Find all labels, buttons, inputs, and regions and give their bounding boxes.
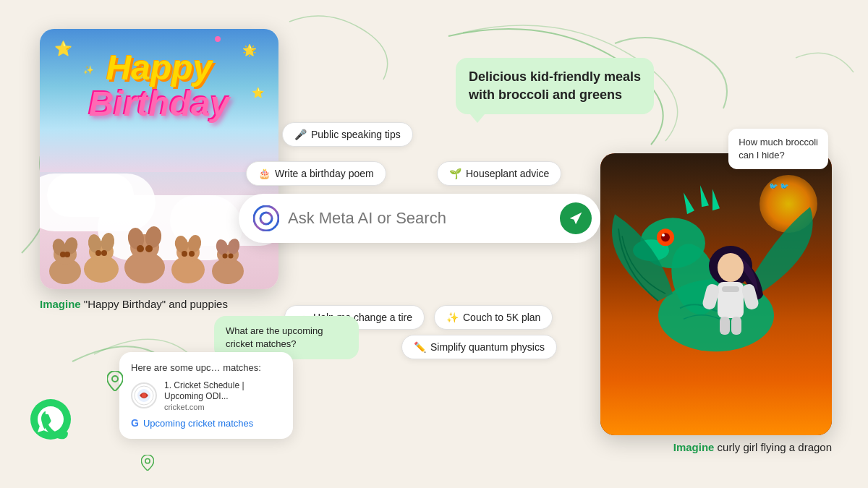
- svg-rect-46: [720, 317, 730, 335]
- chip-birthday-emoji: 🎂: [258, 168, 271, 179]
- svg-marker-37: [684, 192, 694, 214]
- birthday-happy-text: Happy: [106, 48, 213, 87]
- cricket-card-header: Here are some upc… matches:: [131, 362, 281, 373]
- dragon-imagine-text: curly girl flying a dragon: [714, 441, 832, 453]
- svg-point-11: [101, 250, 107, 256]
- svg-marker-39: [712, 189, 720, 210]
- svg-point-28: [223, 254, 228, 259]
- svg-point-17: [145, 245, 153, 252]
- cricket-query-text: What are the upcoming cricket matches?: [226, 325, 323, 349]
- svg-point-49: [260, 213, 272, 224]
- broccoli-bubble: Delicious kid-friendly meals with brocco…: [456, 58, 654, 114]
- search-input[interactable]: [288, 209, 551, 228]
- cricket-result-item: 1. Cricket Schedule | Upcoming ODI... cr…: [131, 380, 281, 411]
- svg-point-36: [662, 234, 665, 236]
- cricket-link-text: Upcoming cricket matches: [143, 418, 253, 429]
- chip-houseplant[interactable]: 🌱 Houseplant advice: [437, 161, 561, 186]
- svg-marker-38: [700, 185, 709, 207]
- search-submit-button[interactable]: [560, 202, 592, 234]
- birthday-imagine-label: Imagine "Happy Birthday" and puppies: [40, 298, 228, 310]
- broccoli-bubble-text: Delicious kid-friendly meals with brocco…: [469, 69, 641, 102]
- broccoli-small-bubble: How much broccolican I hide?: [728, 129, 828, 169]
- svg-point-52: [142, 393, 146, 398]
- search-bar: [239, 194, 600, 243]
- chip-quantum[interactable]: ✏️ Simplify quantum physics: [401, 335, 557, 359]
- chip-public-speaking[interactable]: 🎤 Public speaking tips: [282, 122, 413, 147]
- chip-public-speaking-emoji: 🎤: [294, 129, 307, 140]
- svg-point-29: [229, 254, 234, 259]
- cricket-url: cricket.com: [164, 403, 281, 411]
- cricket-result-title: 1. Cricket Schedule | Upcoming ODI...: [164, 380, 281, 403]
- chip-public-speaking-label: Public speaking tips: [311, 129, 401, 140]
- svg-point-16: [137, 245, 144, 252]
- chip-5k-label: Couch to 5K plan: [463, 312, 540, 323]
- svg-point-53: [112, 376, 118, 382]
- cricket-header-text: Here are some upc… matches:: [131, 362, 261, 373]
- chip-couch-5k[interactable]: ✨ Couch to 5K plan: [434, 305, 553, 330]
- birthday-imagine-text: "Happy Birthday" and puppies: [81, 298, 228, 310]
- dragon-image-card: 🐦 🐦: [600, 153, 832, 435]
- chip-5k-emoji: ✨: [446, 312, 459, 323]
- chip-quantum-emoji: ✏️: [414, 341, 426, 353]
- svg-rect-47: [731, 317, 741, 335]
- chip-birthday-label: Write a birthday poem: [275, 168, 374, 179]
- dragon-imagine-label: Imagine curly girl flying a dragon: [673, 441, 832, 453]
- meta-ai-icon: [253, 205, 279, 231]
- svg-point-5: [64, 252, 70, 257]
- cricket-result-info: 1. Cricket Schedule | Upcoming ODI... cr…: [164, 380, 281, 411]
- chip-birthday-poem[interactable]: 🎂 Write a birthday poem: [246, 161, 386, 186]
- dragon-imagine-word: Imagine: [673, 441, 715, 453]
- svg-point-23: [189, 251, 195, 257]
- search-container: [239, 194, 600, 243]
- birthday-image-card: ⭐ 🌟 ✨ ⭐ Happy Birthday: [40, 29, 278, 289]
- cricket-link[interactable]: G Upcoming cricket matches: [131, 417, 281, 429]
- cricket-logo: [131, 382, 157, 408]
- location-pin-2: [141, 455, 154, 474]
- svg-point-22: [182, 251, 187, 257]
- svg-point-41: [718, 253, 744, 282]
- svg-point-54: [145, 459, 150, 463]
- whatsapp-icon: [29, 398, 72, 441]
- cricket-result-card: Here are some upc… matches: 1. Cricket S…: [119, 352, 293, 439]
- svg-rect-43: [722, 286, 739, 292]
- chip-houseplant-emoji: 🌱: [449, 168, 461, 179]
- chip-quantum-label: Simplify quantum physics: [430, 341, 545, 353]
- svg-point-48: [254, 206, 278, 231]
- birthday-birthday-text: Birthday: [89, 85, 230, 123]
- google-g-icon: G: [131, 417, 139, 429]
- birthday-imagine-word: Imagine: [40, 298, 81, 310]
- chip-houseplant-label: Houseplant advice: [466, 168, 549, 179]
- broccoli-small-text: How much broccolican I hide?: [739, 137, 818, 160]
- location-pin-1: [107, 371, 123, 394]
- svg-point-10: [95, 250, 101, 256]
